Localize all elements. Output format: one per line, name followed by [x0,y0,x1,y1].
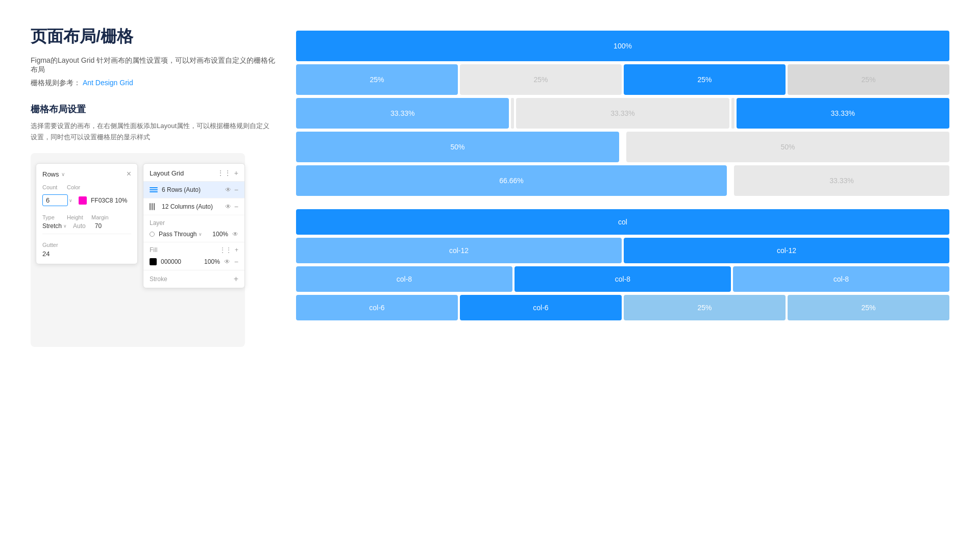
section-divider [296,199,949,209]
cell-25pct-r1: 25% [624,295,786,320]
fill-section-title: Fill [150,246,157,254]
count-label: Count [42,184,63,190]
cell-25pct-r2: 25% [788,295,949,320]
layout-grid-item-columns[interactable]: 12 Columns (Auto) 👁 − [143,198,244,215]
cols-item-label: 12 Columns (Auto) [162,203,221,210]
rows-icon [150,187,158,192]
cell-25pct-2: 25% [460,64,622,95]
cell-33pct-1: 33.33% [296,98,509,129]
height-value: Auto [73,222,86,230]
margin-label: Margin [91,214,112,220]
page-reference: 栅格规则参考： Ant Design Grid [31,79,276,88]
cell-100pct: 100% [296,31,949,61]
right-panel: 100% 25% 25% 25% 25% 33.33% 33.33% 33.33… [296,26,949,347]
layer-visibility-icon[interactable]: 👁 [232,231,238,238]
figma-panels-wrapper: Rows × Count Color FF03C8 10% [31,153,245,347]
grid-row-33: 33.33% 33.33% 33.33% [296,98,949,129]
count-input[interactable] [42,194,68,206]
cell-col8-1: col-8 [296,266,512,292]
cell-col6-2: col-6 [460,295,622,320]
grid-row-col6: col-6 col-6 25% 25% [296,295,949,320]
rows-visibility-icon[interactable]: 👁 [225,186,231,193]
layer-mode-icon [150,232,155,237]
gap-50 [621,132,624,162]
ref-label: 栅格规则参考： [31,79,81,87]
layout-grid-item-rows[interactable]: 6 Rows (Auto) 👁 − [143,182,244,198]
type-value[interactable]: Stretch [42,222,67,230]
cell-50pct-1: 50% [296,132,619,162]
rows-panel-close[interactable]: × [127,170,131,178]
grid-row-25: 25% 25% 25% 25% [296,64,949,95]
fill-add-icon[interactable]: + [235,246,238,254]
gap-1 [511,98,514,129]
stroke-add-icon[interactable]: + [234,274,238,284]
cell-50pct-2: 50% [626,132,949,162]
cell-25pct-3: 25% [624,64,786,95]
fill-hex-value: 000000 [161,258,200,265]
cell-33pct-right: 33.33% [734,165,949,196]
gap-2 [731,98,734,129]
cell-col12-1: col-12 [296,238,622,263]
rows-panel: Rows × Count Color FF03C8 10% [36,163,138,264]
grid-row-col12: col-12 col-12 [296,238,949,263]
margin-value: 70 [95,222,102,230]
fill-visibility-icon[interactable]: 👁 [224,258,230,265]
cell-col8-2: col-8 [514,266,731,292]
section-title: 栅格布局设置 [31,103,276,115]
page-title: 页面布局/栅格 [31,26,276,48]
layer-percent: 100% [212,231,228,238]
cell-33pct-3: 33.33% [737,98,949,129]
stroke-section-title: Stroke [150,276,167,283]
cell-col8-3: col-8 [733,266,949,292]
color-hex-value: FF03C8 [91,197,113,204]
grid-row-col8: col-8 col-8 col-8 [296,266,949,292]
layer-section-title: Layer [150,219,238,227]
height-label: Height [67,214,87,220]
fill-section: Fill ⋮⋮ + 000000 100% 👁 − [143,242,244,270]
layer-section: Layer Pass Through 100% 👁 [143,215,244,242]
grid-row-50: 50% 50% [296,132,949,162]
color-swatch[interactable] [79,196,87,205]
fill-opacity-value: 100% [204,258,220,265]
stroke-section: Stroke + [143,270,244,288]
gutter-value: 24 [42,250,131,258]
rows-remove-icon[interactable]: − [234,186,238,194]
fill-color-swatch[interactable] [150,258,157,265]
layout-grid-panel: Layout Grid ⋮⋮ + 6 Rows (Auto) 👁 − [143,163,245,288]
layer-name[interactable]: Pass Through [159,231,208,238]
layout-grid-grid-icon[interactable]: ⋮⋮ [217,169,231,177]
page-description: Figma的Layout Grid 针对画布的属性设置项，可以对画布设置自定义的… [31,56,276,74]
cell-col6-1: col-6 [296,295,458,320]
rows-item-label: 6 Rows (Auto) [162,186,221,193]
cell-66pct: 66.66% [296,165,727,196]
layout-grid-title: Layout Grid [150,169,184,177]
cols-icon [150,203,158,210]
grid-row-col: col [296,209,949,235]
ref-link[interactable]: Ant Design Grid [83,79,133,87]
color-label: Color [67,184,87,190]
color-opacity-value: 10% [115,197,127,204]
cell-33pct-2: 33.33% [516,98,729,129]
section-description: 选择需要设置的画布，在右侧属性面板添加Layout属性，可以根据栅格规则自定义设… [31,120,276,143]
cols-visibility-icon[interactable]: 👁 [225,203,231,210]
cell-col12-2: col-12 [624,238,949,263]
type-label: Type [42,214,63,220]
grid-row-100: 100% [296,31,949,61]
cell-25pct-4: 25% [788,64,949,95]
layout-grid-add-icon[interactable]: + [234,169,238,177]
cols-remove-icon[interactable]: − [234,203,238,211]
fill-remove-icon[interactable]: − [234,258,238,266]
grid-row-66-33: 66.66% 33.33% [296,165,949,196]
rows-panel-title[interactable]: Rows [42,170,65,178]
cell-25pct-1: 25% [296,64,458,95]
gap-66 [729,165,732,196]
fill-grid-icon[interactable]: ⋮⋮ [219,246,232,254]
cell-col: col [296,209,949,235]
gutter-label: Gutter [42,242,131,248]
